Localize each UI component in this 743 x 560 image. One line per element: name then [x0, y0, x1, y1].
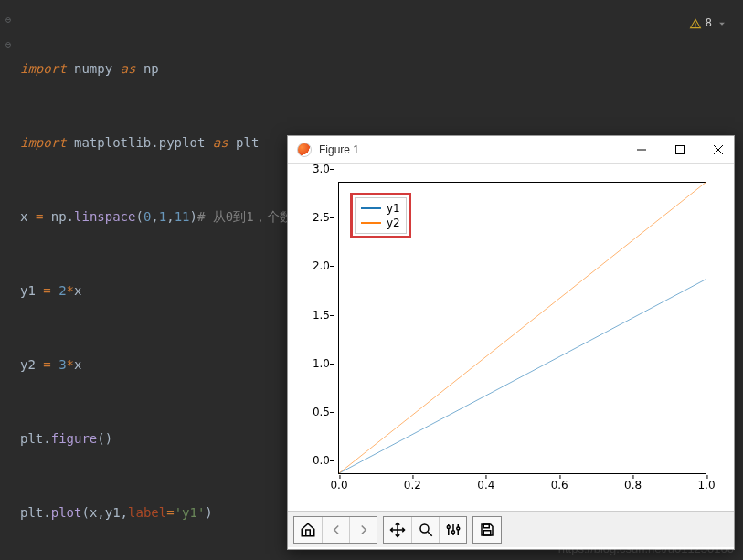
code-line[interactable]: import numpy as np: [20, 57, 743, 81]
minimize-button[interactable]: [635, 143, 648, 156]
save-button[interactable]: [473, 517, 501, 543]
legend[interactable]: y1 y2: [355, 197, 407, 234]
svg-point-11: [447, 525, 450, 528]
legend-item-y2[interactable]: y2: [361, 216, 400, 230]
watermark: https://blog.csdn.net/u011250160: [558, 542, 734, 555]
svg-rect-1: [676, 145, 685, 153]
y-tick: 2.0: [304, 259, 330, 272]
legend-swatch: [361, 207, 381, 209]
pan-button[interactable]: [384, 517, 411, 543]
home-button[interactable]: [294, 517, 322, 543]
svg-point-6: [420, 524, 429, 533]
y-tick: 1.0: [304, 357, 330, 370]
fold-mark: ⊖: [5, 7, 11, 32]
x-tick: 0.4: [477, 479, 494, 491]
svg-line-7: [428, 532, 432, 536]
window-title: Figure 1: [319, 143, 359, 156]
y-tick: 3.0: [304, 163, 330, 175]
figure-window[interactable]: Figure 1 0.0 0.5 1.0 1.5 2.0 2.5 3.0 0.0…: [287, 135, 735, 550]
x-tick: 0.8: [624, 479, 642, 491]
x-tick: 0.6: [551, 479, 568, 491]
legend-swatch: [361, 222, 381, 224]
zoom-button[interactable]: [411, 517, 439, 543]
back-button[interactable]: [322, 517, 349, 543]
y-tick: 0.0: [304, 454, 330, 467]
plot-canvas[interactable]: 0.0 0.5 1.0 1.5 2.0 2.5 3.0 0.0 0.2 0.4 …: [338, 182, 706, 474]
legend-item-y1[interactable]: y1: [361, 201, 400, 216]
x-tick: 1.0: [697, 479, 715, 491]
x-tick: 0.0: [330, 479, 347, 491]
warning-count: 8: [706, 11, 712, 36]
y-tick: 0.5: [304, 406, 330, 418]
close-button[interactable]: [712, 143, 725, 156]
maximize-button[interactable]: [674, 143, 686, 156]
x-tick: 0.2: [404, 479, 421, 491]
y-tick: 1.5: [304, 309, 330, 322]
gutter: ⊖ ⊖: [0, 7, 16, 57]
svg-point-12: [451, 530, 454, 533]
titlebar[interactable]: Figure 1: [288, 136, 734, 164]
matplotlib-icon: [297, 143, 312, 157]
forward-button[interactable]: [349, 517, 377, 543]
svg-rect-14: [483, 524, 489, 528]
window-controls: [635, 143, 725, 156]
legend-highlight: y1 y2: [350, 193, 411, 238]
chevron-icon: [716, 17, 728, 30]
svg-point-13: [456, 527, 459, 530]
warnings-badge[interactable]: 8: [689, 11, 728, 36]
svg-rect-15: [483, 530, 491, 534]
fold-mark: ⊖: [5, 32, 11, 57]
plot-area: 0.0 0.5 1.0 1.5 2.0 2.5 3.0 0.0 0.2 0.4 …: [288, 164, 734, 511]
warning-icon: [689, 17, 702, 30]
y-tick: 2.5: [304, 211, 330, 224]
configure-button[interactable]: [439, 517, 466, 543]
